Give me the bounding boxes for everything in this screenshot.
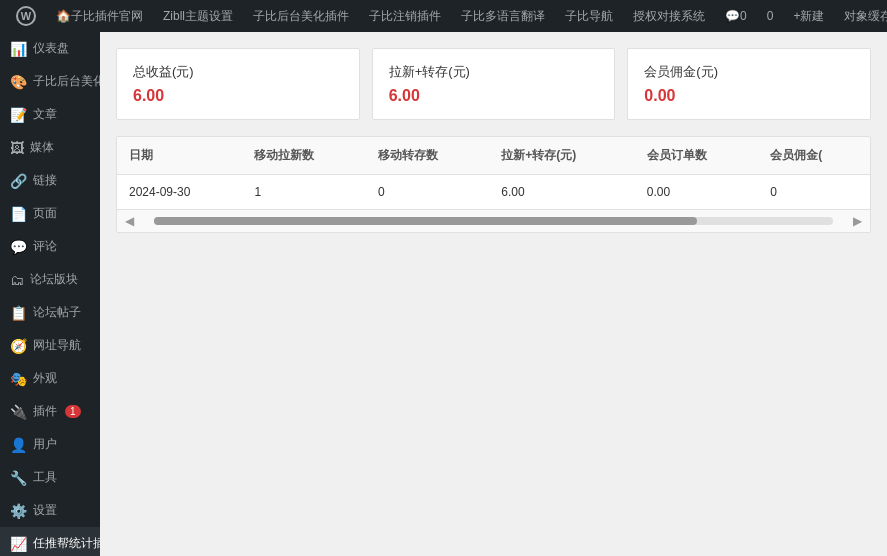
forum-posts-icon: 📋 — [10, 305, 27, 321]
sidebar-item-tools[interactable]: 🔧 工具 — [0, 461, 100, 494]
plugins-icon: 🔌 — [10, 404, 27, 420]
admin-bar-zibll[interactable]: Zibll主题设置 — [155, 0, 241, 32]
data-table: 日期 移动拉新数 移动转存数 拉新+转存(元) 会员订单数 会员佣金( 2024… — [117, 137, 870, 209]
comments-icon: 💬 — [10, 239, 27, 255]
url-nav-icon: 🧭 — [10, 338, 27, 354]
stat-card-total: 总收益(元) 6.00 — [116, 48, 360, 120]
admin-bar-new[interactable]: +新建 — [785, 0, 832, 32]
stat-invite-value: 6.00 — [389, 87, 599, 105]
table-scrollbar-row: ◀ ▶ — [117, 209, 870, 232]
stat-total-label: 总收益(元) — [133, 63, 343, 81]
stats-icon: 📈 — [10, 536, 27, 552]
sidebar-item-url-nav[interactable]: 🧭 网址导航 — [0, 329, 100, 362]
admin-bar-translate[interactable]: 子比多语言翻译 — [453, 0, 553, 32]
sidebar: 📊 仪表盘 🎨 子比后台美化插件 📝 文章 🖼 媒体 🔗 链接 📄 页面 💬 评… — [0, 32, 100, 556]
col-mobile-new: 移动拉新数 — [242, 137, 365, 175]
sidebar-item-stats-plugin[interactable]: 📈 任推帮统计插件 — [0, 527, 100, 556]
sidebar-item-links[interactable]: 🔗 链接 — [0, 164, 100, 197]
appearance-icon: 🎭 — [10, 371, 27, 387]
data-table-wrapper: 日期 移动拉新数 移动转存数 拉新+转存(元) 会员订单数 会员佣金( 2024… — [116, 136, 871, 233]
stat-member-label: 会员佣金(元) — [644, 63, 854, 81]
sidebar-item-beauty[interactable]: 🎨 子比后台美化插件 — [0, 65, 100, 98]
users-icon: 👤 — [10, 437, 27, 453]
sidebar-item-posts[interactable]: 📝 文章 — [0, 98, 100, 131]
table-header-row: 日期 移动拉新数 移动转存数 拉新+转存(元) 会员订单数 会员佣金( — [117, 137, 870, 175]
sidebar-item-forum-posts[interactable]: 📋 论坛帖子 — [0, 296, 100, 329]
stat-card-member: 会员佣金(元) 0.00 — [627, 48, 871, 120]
table-row: 2024-09-30 1 0 6.00 0.00 0 — [117, 175, 870, 210]
stat-invite-label: 拉新+转存(元) — [389, 63, 599, 81]
sidebar-item-media[interactable]: 🖼 媒体 — [0, 131, 100, 164]
sidebar-item-appearance[interactable]: 🎭 外观 — [0, 362, 100, 395]
admin-bar-site[interactable]: 🏠 子比插件官网 — [48, 0, 151, 32]
col-mobile-transfer: 移动转存数 — [366, 137, 489, 175]
media-icon: 🖼 — [10, 140, 24, 156]
wp-icon: W — [16, 6, 36, 26]
sidebar-item-settings[interactable]: ⚙️ 设置 — [0, 494, 100, 527]
col-date: 日期 — [117, 137, 242, 175]
links-icon: 🔗 — [10, 173, 27, 189]
cell-date: 2024-09-30 — [117, 175, 242, 210]
sidebar-item-comments[interactable]: 💬 评论 — [0, 230, 100, 263]
cell-member-orders: 0.00 — [635, 175, 758, 210]
pages-icon: 📄 — [10, 206, 27, 222]
tools-icon: 🔧 — [10, 470, 27, 486]
cell-member-commission: 0 — [758, 175, 870, 210]
settings-icon: ⚙️ — [10, 503, 27, 519]
stat-member-value: 0.00 — [644, 87, 854, 105]
admin-bar-comments[interactable]: 💬 0 — [717, 0, 755, 32]
sidebar-item-dashboard[interactable]: 📊 仪表盘 — [0, 32, 100, 65]
cell-invite-transfer: 6.00 — [489, 175, 634, 210]
scrollbar-track[interactable] — [154, 217, 833, 225]
main-content: 总收益(元) 6.00 拉新+转存(元) 6.00 会员佣金(元) 0.00 日… — [100, 32, 887, 556]
admin-bar-nav[interactable]: 子比导航 — [557, 0, 621, 32]
sidebar-item-plugins[interactable]: 🔌 插件 1 — [0, 395, 100, 428]
cell-mobile-new: 1 — [242, 175, 365, 210]
comment-icon: 💬 — [725, 9, 740, 23]
col-member-commission: 会员佣金( — [758, 137, 870, 175]
stats-row: 总收益(元) 6.00 拉新+转存(元) 6.00 会员佣金(元) 0.00 — [116, 48, 871, 120]
beauty-icon: 🎨 — [10, 74, 27, 90]
sidebar-item-forum-blocks[interactable]: 🗂 论坛版块 — [0, 263, 100, 296]
scrollbar-thumb[interactable] — [154, 217, 697, 225]
plugins-badge: 1 — [65, 405, 81, 418]
forum-blocks-icon: 🗂 — [10, 272, 24, 288]
admin-bar-auth[interactable]: 授权对接系统 — [625, 0, 713, 32]
home-icon: 🏠 — [56, 9, 71, 23]
admin-bar-cache[interactable]: 对象缓存 — [836, 0, 887, 32]
stat-card-invite: 拉新+转存(元) 6.00 — [372, 48, 616, 120]
stat-total-value: 6.00 — [133, 87, 343, 105]
admin-bar-logout[interactable]: 子比注销插件 — [361, 0, 449, 32]
scroll-right-arrow[interactable]: ▶ — [845, 214, 870, 228]
admin-bar-beauty[interactable]: 子比后台美化插件 — [245, 0, 357, 32]
posts-icon: 📝 — [10, 107, 27, 123]
admin-bar-plus[interactable]: 0 — [759, 0, 782, 32]
cell-mobile-transfer: 0 — [366, 175, 489, 210]
admin-bar: W 🏠 子比插件官网 Zibll主题设置 子比后台美化插件 子比注销插件 子比多… — [0, 0, 887, 32]
dashboard-icon: 📊 — [10, 41, 27, 57]
scroll-left-arrow[interactable]: ◀ — [117, 214, 142, 228]
wp-logo[interactable]: W — [8, 0, 44, 32]
sidebar-item-users[interactable]: 👤 用户 — [0, 428, 100, 461]
main-layout: 📊 仪表盘 🎨 子比后台美化插件 📝 文章 🖼 媒体 🔗 链接 📄 页面 💬 评… — [0, 32, 887, 556]
col-invite-transfer: 拉新+转存(元) — [489, 137, 634, 175]
sidebar-item-pages[interactable]: 📄 页面 — [0, 197, 100, 230]
col-member-orders: 会员订单数 — [635, 137, 758, 175]
